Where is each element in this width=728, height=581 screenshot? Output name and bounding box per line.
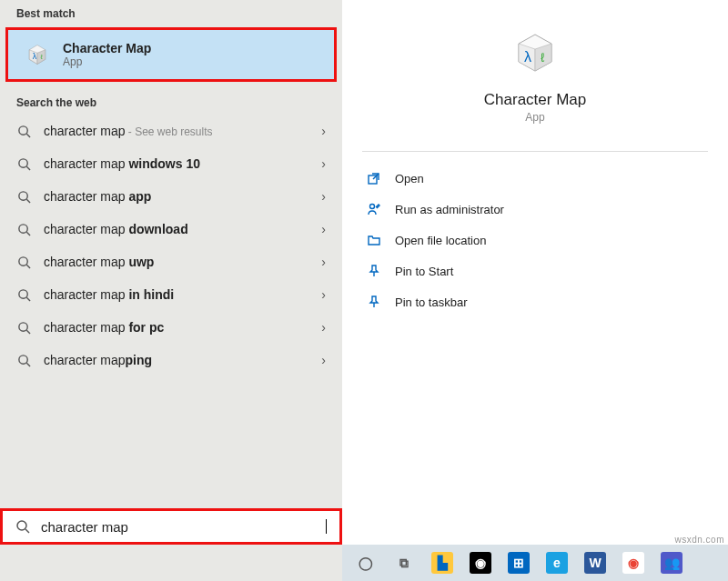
action-folder[interactable]: Open file location bbox=[362, 225, 708, 255]
svg-line-18 bbox=[26, 330, 30, 334]
web-result-text: character map app bbox=[44, 189, 151, 204]
web-result-text: character map in hindi bbox=[44, 287, 174, 302]
web-result-text: character map download bbox=[44, 222, 188, 236]
svg-point-15 bbox=[18, 289, 26, 297]
divider bbox=[362, 151, 708, 152]
chevron-right-icon[interactable]: › bbox=[321, 320, 326, 335]
action-label: Open bbox=[395, 172, 424, 185]
app-type: App bbox=[342, 111, 728, 124]
watermark: wsxdn.com bbox=[674, 535, 724, 545]
svg-line-14 bbox=[26, 265, 30, 268]
app-large-icon: λ ℓ bbox=[510, 27, 561, 78]
search-results-panel: Best match λ ℓ Character Map App Search … bbox=[0, 0, 342, 546]
svg-text:λ: λ bbox=[524, 49, 531, 65]
dell-icon: ◉ bbox=[470, 552, 491, 574]
svg-line-20 bbox=[26, 363, 30, 366]
svg-point-7 bbox=[18, 158, 26, 166]
search-icon bbox=[16, 222, 31, 236]
admin-icon bbox=[366, 201, 382, 217]
pin-start-icon bbox=[366, 263, 382, 279]
chevron-right-icon[interactable]: › bbox=[321, 287, 326, 302]
chevron-right-icon[interactable]: › bbox=[321, 353, 326, 367]
taskbar-task-view[interactable]: ⧉ bbox=[388, 546, 420, 579]
search-icon bbox=[16, 124, 31, 138]
word-icon: W bbox=[584, 552, 606, 574]
action-pin-taskbar[interactable]: Pin to taskbar bbox=[362, 286, 708, 317]
svg-line-16 bbox=[26, 297, 30, 301]
chrome-icon: ◉ bbox=[622, 552, 644, 574]
web-result-text: character mapping bbox=[44, 353, 152, 367]
taskbar-file-explorer[interactable]: ▙ bbox=[426, 546, 459, 579]
chevron-right-icon[interactable]: › bbox=[321, 222, 326, 236]
web-result-item[interactable]: character map app › bbox=[0, 180, 342, 213]
svg-point-31 bbox=[17, 521, 26, 530]
teams-icon: 👥 bbox=[661, 552, 682, 574]
action-label: Open file location bbox=[395, 234, 486, 247]
taskbar-cortana[interactable]: ◯ bbox=[349, 546, 382, 579]
svg-point-5 bbox=[18, 125, 26, 134]
taskbar-chrome[interactable]: ◉ bbox=[617, 546, 650, 579]
chevron-right-icon[interactable]: › bbox=[321, 255, 326, 269]
web-result-item[interactable]: character map - See web results › bbox=[0, 115, 342, 147]
web-result-item[interactable]: character map in hindi › bbox=[0, 278, 342, 311]
search-icon bbox=[16, 287, 31, 302]
open-icon bbox=[366, 170, 382, 186]
file-explorer-icon: ▙ bbox=[431, 552, 453, 574]
svg-line-12 bbox=[26, 232, 30, 235]
edge-icon: e bbox=[546, 552, 568, 574]
best-match-item[interactable]: λ ℓ Character Map App bbox=[5, 27, 337, 82]
search-icon bbox=[15, 519, 30, 534]
app-title: Character Map bbox=[342, 91, 728, 109]
taskbar-word[interactable]: W bbox=[579, 546, 612, 579]
search-icon bbox=[16, 156, 31, 171]
action-admin[interactable]: Run as administrator bbox=[362, 194, 708, 225]
taskbar-teams[interactable]: 👥 bbox=[655, 546, 688, 579]
web-result-item[interactable]: character map uwp › bbox=[0, 245, 342, 278]
taskbar: ◯⧉▙◉⊞eW◉👥 bbox=[342, 545, 728, 581]
svg-point-13 bbox=[18, 256, 26, 265]
web-result-item[interactable]: character map windows 10 › bbox=[0, 147, 342, 180]
search-input[interactable]: character map bbox=[41, 519, 325, 535]
svg-text:λ: λ bbox=[33, 52, 37, 61]
cortana-icon: ◯ bbox=[355, 552, 377, 574]
actions-list: Open Run as administrator Open file loca… bbox=[342, 163, 728, 317]
action-pin-start[interactable]: Pin to Start bbox=[362, 255, 708, 286]
chevron-right-icon[interactable]: › bbox=[321, 156, 326, 171]
taskbar-store[interactable]: ⊞ bbox=[502, 546, 535, 579]
search-input-wrapper[interactable]: character map bbox=[41, 519, 327, 535]
taskbar-edge[interactable]: e bbox=[541, 546, 573, 579]
web-result-text: character map - See web results bbox=[44, 124, 213, 138]
action-label: Pin to taskbar bbox=[395, 296, 468, 309]
search-icon bbox=[16, 189, 31, 204]
svg-point-11 bbox=[18, 224, 26, 232]
svg-point-19 bbox=[18, 355, 26, 363]
svg-line-8 bbox=[26, 166, 30, 170]
web-result-text: character map for pc bbox=[44, 320, 164, 335]
search-icon bbox=[16, 353, 31, 367]
search-bar[interactable]: character map bbox=[0, 508, 342, 545]
folder-icon bbox=[366, 232, 382, 248]
action-label: Pin to Start bbox=[395, 265, 453, 278]
web-result-item[interactable]: character map for pc › bbox=[0, 311, 342, 344]
web-results-list: character map - See web results › charac… bbox=[0, 115, 342, 546]
best-match-title: Character Map bbox=[63, 41, 151, 55]
task-view-icon: ⧉ bbox=[393, 552, 415, 574]
web-result-item[interactable]: character mapping › bbox=[0, 344, 342, 376]
chevron-right-icon[interactable]: › bbox=[321, 124, 326, 138]
app-details-panel: λ ℓ Character Map App Open Run as admini… bbox=[342, 0, 728, 546]
search-icon bbox=[16, 320, 31, 335]
svg-text:ℓ: ℓ bbox=[541, 50, 545, 65]
web-result-text: character map uwp bbox=[44, 255, 154, 269]
character-map-icon: λ ℓ bbox=[25, 42, 50, 67]
web-result-item[interactable]: character map download › bbox=[0, 213, 342, 245]
svg-line-6 bbox=[26, 134, 30, 137]
svg-line-32 bbox=[25, 529, 29, 533]
web-result-text: character map windows 10 bbox=[44, 156, 200, 171]
taskbar-dell[interactable]: ◉ bbox=[464, 546, 497, 579]
chevron-right-icon[interactable]: › bbox=[321, 189, 326, 204]
pin-taskbar-icon bbox=[366, 294, 382, 310]
svg-point-9 bbox=[18, 191, 26, 199]
web-header: Search the web bbox=[0, 89, 342, 115]
action-open[interactable]: Open bbox=[362, 163, 708, 194]
store-icon: ⊞ bbox=[508, 552, 530, 574]
